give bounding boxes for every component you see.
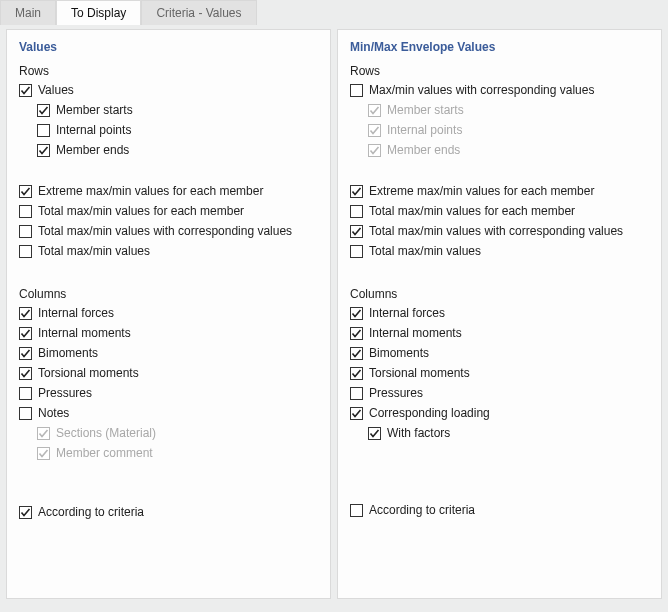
panel-title-envelope: Min/Max Envelope Values — [350, 40, 649, 54]
checkbox-total[interactable] — [19, 245, 32, 258]
label-extreme-each-r: Extreme max/min values for each member — [369, 183, 594, 200]
checkbox-torsional-moments-r[interactable] — [350, 367, 363, 380]
checkbox-extreme-each[interactable] — [19, 185, 32, 198]
columns-label-right: Columns — [350, 287, 649, 301]
checkbox-pressures-r[interactable] — [350, 387, 363, 400]
checkbox-member-ends[interactable] — [37, 144, 50, 157]
label-member-ends-r: Member ends — [387, 142, 460, 159]
label-notes: Notes — [38, 405, 69, 422]
checkbox-internal-moments[interactable] — [19, 327, 32, 340]
checkbox-according-to-criteria[interactable] — [19, 506, 32, 519]
content-area: Values Rows Values Member starts Interna… — [0, 25, 668, 605]
label-total-corresponding: Total max/min values with corresponding … — [38, 223, 292, 240]
label-bimoments-r: Bimoments — [369, 345, 429, 362]
label-corresponding-loading: Corresponding loading — [369, 405, 490, 422]
tab-bar: Main To Display Criteria - Values — [0, 0, 668, 25]
checkbox-maxmin-corresponding[interactable] — [350, 84, 363, 97]
label-total-each-r: Total max/min values for each member — [369, 203, 575, 220]
label-torsional-moments: Torsional moments — [38, 365, 139, 382]
panel-envelope: Min/Max Envelope Values Rows Max/min val… — [337, 29, 662, 599]
checkbox-total-corresponding-r[interactable] — [350, 225, 363, 238]
checkbox-bimoments-r[interactable] — [350, 347, 363, 360]
checkbox-total-corresponding[interactable] — [19, 225, 32, 238]
label-torsional-moments-r: Torsional moments — [369, 365, 470, 382]
label-internal-forces-r: Internal forces — [369, 305, 445, 322]
label-bimoments: Bimoments — [38, 345, 98, 362]
label-member-starts-r: Member starts — [387, 102, 464, 119]
checkbox-bimoments[interactable] — [19, 347, 32, 360]
checkbox-member-ends-r — [368, 144, 381, 157]
tab-main[interactable]: Main — [0, 0, 56, 25]
checkbox-member-starts-r — [368, 104, 381, 117]
label-total-r: Total max/min values — [369, 243, 481, 260]
checkbox-torsional-moments[interactable] — [19, 367, 32, 380]
label-internal-moments: Internal moments — [38, 325, 131, 342]
panel-values: Values Rows Values Member starts Interna… — [6, 29, 331, 599]
checkbox-total-each-r[interactable] — [350, 205, 363, 218]
label-internal-forces: Internal forces — [38, 305, 114, 322]
label-total-each: Total max/min values for each member — [38, 203, 244, 220]
rows-label-right: Rows — [350, 64, 649, 78]
checkbox-total-r[interactable] — [350, 245, 363, 258]
label-according-to-criteria: According to criteria — [38, 504, 144, 521]
checkbox-with-factors[interactable] — [368, 427, 381, 440]
columns-label: Columns — [19, 287, 318, 301]
checkbox-internal-points-r — [368, 124, 381, 137]
label-with-factors: With factors — [387, 425, 450, 442]
checkbox-internal-moments-r[interactable] — [350, 327, 363, 340]
label-extreme-each: Extreme max/min values for each member — [38, 183, 263, 200]
label-internal-moments-r: Internal moments — [369, 325, 462, 342]
label-total: Total max/min values — [38, 243, 150, 260]
checkbox-member-starts[interactable] — [37, 104, 50, 117]
checkbox-internal-forces[interactable] — [19, 307, 32, 320]
label-member-ends: Member ends — [56, 142, 129, 159]
checkbox-internal-points[interactable] — [37, 124, 50, 137]
checkbox-extreme-each-r[interactable] — [350, 185, 363, 198]
label-according-to-criteria-r: According to criteria — [369, 502, 475, 519]
label-member-comment: Member comment — [56, 445, 153, 462]
label-sections-material: Sections (Material) — [56, 425, 156, 442]
checkbox-member-comment — [37, 447, 50, 460]
checkbox-notes[interactable] — [19, 407, 32, 420]
checkbox-total-each[interactable] — [19, 205, 32, 218]
label-pressures: Pressures — [38, 385, 92, 402]
label-internal-points: Internal points — [56, 122, 131, 139]
tab-criteria-values[interactable]: Criteria - Values — [141, 0, 256, 25]
checkbox-pressures[interactable] — [19, 387, 32, 400]
checkbox-according-to-criteria-r[interactable] — [350, 504, 363, 517]
label-internal-points-r: Internal points — [387, 122, 462, 139]
checkbox-sections-material — [37, 427, 50, 440]
rows-label: Rows — [19, 64, 318, 78]
checkbox-internal-forces-r[interactable] — [350, 307, 363, 320]
label-values: Values — [38, 82, 74, 99]
panel-title-values: Values — [19, 40, 318, 54]
label-maxmin-corresponding: Max/min values with corresponding values — [369, 82, 594, 99]
label-pressures-r: Pressures — [369, 385, 423, 402]
label-total-corresponding-r: Total max/min values with corresponding … — [369, 223, 623, 240]
label-member-starts: Member starts — [56, 102, 133, 119]
checkbox-values[interactable] — [19, 84, 32, 97]
tab-to-display[interactable]: To Display — [56, 0, 141, 25]
checkbox-corresponding-loading[interactable] — [350, 407, 363, 420]
